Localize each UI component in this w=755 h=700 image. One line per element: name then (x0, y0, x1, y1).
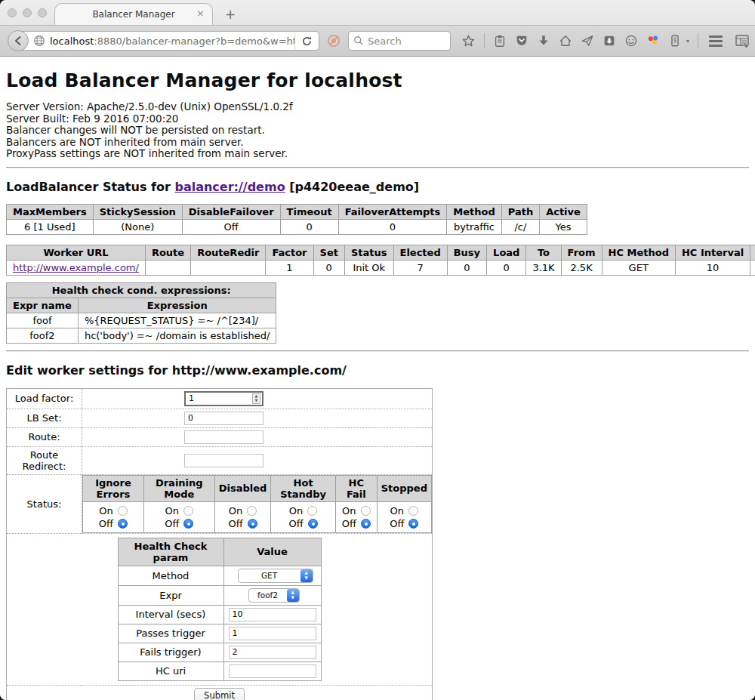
column-header: Expression (78, 298, 276, 313)
submit-row: Submit (7, 685, 433, 700)
send-icon[interactable] (581, 34, 594, 48)
column-header: Timeout (280, 204, 338, 219)
server-info-line: Server Built: Feb 9 2016 07:00:20 (6, 113, 749, 125)
zoom-window-button[interactable] (38, 8, 47, 17)
clipboard-icon[interactable] (493, 34, 507, 48)
on-radio-ignore-errors[interactable] (118, 506, 128, 516)
balancer-cell: 6 [1 Used] (7, 219, 94, 234)
search-input[interactable] (368, 35, 443, 47)
off-radio-hc-fail[interactable] (361, 519, 371, 529)
on-radio-disabled[interactable] (247, 506, 257, 516)
expression-cell: %{REQUEST_STATUS} =~ /^[234]/ (78, 313, 276, 328)
column-header: HC Method (602, 245, 675, 260)
close-tab-icon[interactable]: × (196, 8, 205, 18)
bookmark-star-icon[interactable] (461, 34, 476, 48)
extension-download-icon[interactable] (602, 34, 616, 48)
off-radio-hot-standby[interactable] (308, 519, 318, 529)
method-select[interactable]: GET▲▼ (238, 569, 313, 583)
fails-trigger-input[interactable] (229, 646, 316, 659)
hc-param-label: Fails trigger) (118, 643, 223, 661)
balancer-demo-link[interactable]: balancer://demo (174, 180, 285, 194)
content-blocked-icon[interactable] (327, 34, 341, 48)
column-header: Value (223, 538, 321, 566)
on-radio-hot-standby[interactable] (307, 506, 317, 516)
tab-title: Balancer Manager (92, 9, 174, 20)
reader-list-icon[interactable] (668, 34, 682, 48)
worker-url-link[interactable]: http://www.example.com/ (13, 262, 139, 273)
off-radio-ignore-errors[interactable] (118, 519, 128, 529)
expr-row: foof%{REQUEST_STATUS} =~ /^[234]/ (7, 313, 276, 328)
balancer-cell: Yes (540, 219, 587, 234)
navigation-toolbar: localhost:8880/balancer-manager?b=demo&w… (0, 26, 755, 57)
form-label: LB Set: (7, 409, 82, 427)
balancer-table: MaxMembersStickySessionDisableFailoverTi… (6, 204, 587, 235)
hc-param-row: Interval (secs) (118, 605, 321, 624)
hc-param-row: MethodGET▲▼ (118, 566, 321, 585)
on-radio-hc-fail[interactable] (361, 506, 371, 516)
balancer-cell: 0 (338, 219, 447, 234)
off-radio-disabled[interactable] (248, 519, 257, 529)
url-text[interactable]: localhost:8880/balancer-manager?b=demo&w… (50, 35, 294, 47)
radio-label: On (390, 505, 404, 517)
worker-cell: http://www.example.com/ (7, 260, 146, 275)
on-radio-draining-mode[interactable] (183, 506, 193, 516)
route-input[interactable] (184, 430, 263, 444)
number-spinner-icon[interactable]: ▲▼ (252, 393, 260, 404)
chat-smiley-icon[interactable] (624, 34, 638, 48)
column-header: Path (501, 204, 539, 219)
submit-button[interactable]: Submit (194, 688, 245, 700)
back-button[interactable] (8, 30, 29, 51)
select-stepper-icon: ▲▼ (300, 569, 313, 582)
url-bar[interactable]: localhost:8880/balancer-manager?b=demo&w… (17, 31, 319, 51)
worker-cell: Init Ok (344, 260, 393, 275)
minimize-window-button[interactable] (23, 8, 32, 17)
pocket-icon[interactable] (515, 34, 528, 48)
search-bar[interactable] (348, 31, 451, 51)
expr-name-cell: foof (7, 313, 79, 328)
search-icon (353, 35, 364, 46)
hc-uri-input[interactable] (229, 665, 316, 678)
expression-cell: hc('body') =~ /domain is established/ (78, 328, 276, 343)
server-info-line: ProxyPass settings are NOT inherited fro… (6, 148, 749, 160)
url-path: :8880/balancer-manager?b=demo&w=http://w… (94, 35, 294, 47)
radio-label: Off (99, 518, 113, 529)
radio-label: Off (342, 518, 356, 529)
on-radio-stopped[interactable] (408, 506, 418, 516)
radio-label: Off (390, 518, 404, 529)
off-radio-stopped[interactable] (408, 519, 418, 529)
route-redirect-input[interactable] (184, 454, 263, 467)
form-label: Load factor: (7, 388, 82, 409)
worker-cell: 0 (447, 260, 486, 275)
colored-dots-extension-icon[interactable] (646, 34, 660, 48)
lb-set-input[interactable] (184, 412, 263, 425)
worker-cell (191, 260, 266, 275)
radio-label: On (289, 505, 303, 517)
browser-window: Balancer Manager × + localhost:8880/bala… (0, 0, 755, 700)
reload-button[interactable] (294, 32, 319, 50)
hc-param-label: Passes trigger (118, 624, 223, 643)
passes-trigger-input[interactable] (229, 627, 316, 640)
worker-cell: GET (602, 260, 675, 275)
expr-select[interactable]: foof2▲▼ (248, 588, 300, 603)
hc-param-label: Method (118, 566, 223, 585)
status-column-header: HC Fail (335, 475, 377, 501)
off-radio-draining-mode[interactable] (183, 519, 193, 529)
column-header: MaxMembers (7, 204, 94, 219)
form-row: Route Redirect: (7, 446, 433, 474)
home-icon[interactable] (559, 34, 572, 48)
download-icon[interactable] (537, 34, 550, 48)
column-header: Route (145, 245, 190, 260)
form-row: Route: (7, 427, 433, 446)
expr-table-title: Health check cond. expressions: (7, 282, 276, 298)
worker-cell: 2.5K (561, 260, 602, 275)
worker-cell (145, 260, 190, 275)
chevron-down-icon[interactable]: ▾ (686, 38, 689, 45)
menu-button[interactable] (709, 35, 723, 47)
tab-balancer-manager[interactable]: Balancer Manager × (54, 3, 213, 25)
back-arrow-icon (12, 35, 24, 47)
new-tab-button[interactable]: + (225, 8, 236, 21)
tiles-icon[interactable] (735, 33, 750, 48)
interval-secs-input[interactable] (229, 608, 316, 621)
radio-label: Off (165, 518, 179, 529)
close-window-button[interactable] (8, 8, 17, 17)
